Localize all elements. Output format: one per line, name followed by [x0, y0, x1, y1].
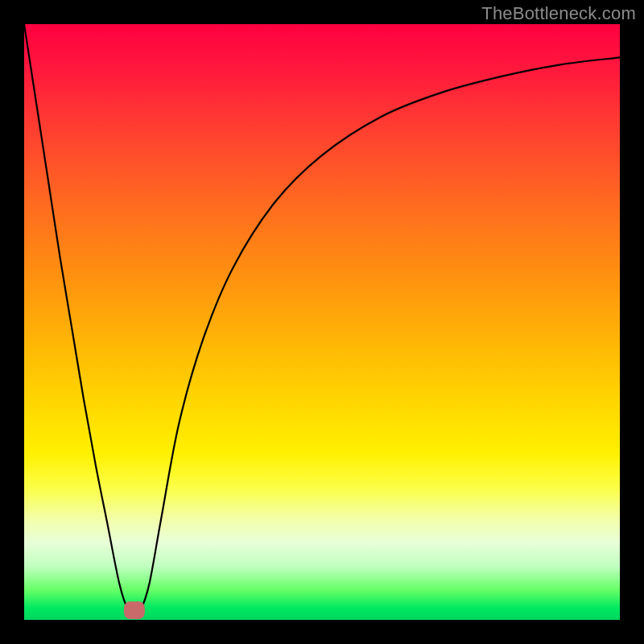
curve-layer [24, 24, 620, 620]
bottleneck-curve [24, 24, 620, 615]
plot-area [24, 24, 620, 620]
minimum-marker [125, 602, 144, 618]
watermark-label: TheBottleneck.com [481, 3, 636, 24]
chart-frame: TheBottleneck.com [0, 0, 644, 644]
